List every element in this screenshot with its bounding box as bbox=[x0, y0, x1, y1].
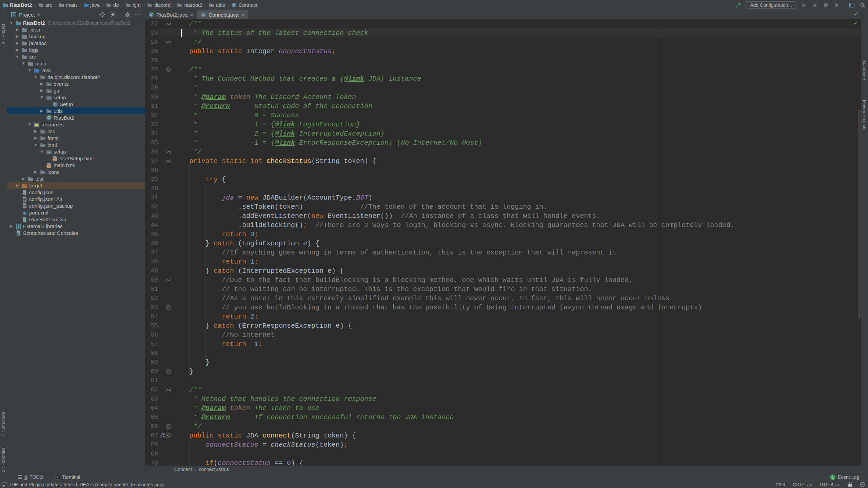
expand-arrow-icon[interactable]: ▼ bbox=[39, 149, 44, 154]
tree-item-javadoc[interactable]: ▶javadoc bbox=[7, 40, 145, 46]
code-line-55[interactable]: } catch (ErrorResponseException e) { bbox=[173, 321, 352, 330]
tree-item-RiasBot2[interactable]: CRiasBot2 bbox=[7, 114, 145, 121]
code-line-24[interactable]: */ bbox=[173, 38, 201, 47]
encoding-widget[interactable]: UTF-8▲▼ bbox=[820, 482, 841, 487]
code-line-31[interactable]: * @return Status Code of the connection bbox=[173, 102, 372, 111]
todo-toolwindow-button[interactable]: 6: TODO bbox=[18, 474, 43, 480]
hide-panel-icon[interactable]: — bbox=[135, 11, 141, 18]
line-number-60[interactable]: 60 bbox=[145, 367, 158, 376]
expand-arrow-icon[interactable]: ▼ bbox=[15, 54, 20, 59]
tree-item-test[interactable]: ▶test bbox=[7, 175, 145, 182]
annotation-gutter-icon[interactable]: @ bbox=[160, 431, 166, 440]
collapse-arrow-icon[interactable]: ▶ bbox=[15, 34, 20, 39]
collapse-arrow-icon[interactable]: ▶ bbox=[21, 176, 26, 181]
code-line-30[interactable]: * @param token The Discord Account Token bbox=[173, 93, 356, 102]
line-number-37[interactable]: 37 bbox=[145, 157, 158, 166]
code-line-51[interactable]: // the waiting can be interrupted. This … bbox=[173, 285, 592, 294]
line-number-41[interactable]: 41 bbox=[145, 193, 158, 202]
code-line-70[interactable]: if(connectStatus == 0) { bbox=[173, 459, 303, 466]
tree-item-RiasBot2-src.zip[interactable]: RiasBot2-src.zip bbox=[7, 216, 145, 223]
expand-arrow-icon[interactable]: ▼ bbox=[21, 61, 26, 66]
code-line-29[interactable]: * bbox=[173, 83, 197, 93]
code-line-28[interactable]: * The Connect Method that creates a {@li… bbox=[173, 74, 421, 83]
line-number-46[interactable]: 46 bbox=[145, 239, 158, 248]
toolstrip-project-button[interactable]: 1: Project bbox=[1, 24, 6, 44]
breadcrumb-member[interactable]: connectStatus bbox=[199, 467, 229, 472]
nav-breadcrumb-src[interactable]: src bbox=[38, 2, 52, 8]
settings-gear-icon[interactable] bbox=[124, 11, 131, 18]
code-line-34[interactable]: * 2 = {@link InterruptedException} bbox=[173, 129, 384, 138]
collapse-arrow-icon[interactable]: ▶ bbox=[39, 81, 44, 86]
code-line-67[interactable]: public static JDA connect(String token) … bbox=[173, 431, 356, 440]
line-number-47[interactable]: 47 bbox=[145, 248, 158, 257]
collapse-all-icon[interactable] bbox=[110, 11, 116, 18]
code-line-43[interactable]: .addEventListener(new EventListener()) /… bbox=[173, 211, 600, 221]
code-line-56[interactable]: //No internet bbox=[173, 330, 275, 340]
tree-item-main[interactable]: ▼main bbox=[7, 60, 145, 67]
tree-item-fonts[interactable]: ▶fonts bbox=[7, 135, 145, 141]
tree-item-css[interactable]: ▶css bbox=[7, 128, 145, 135]
inspection-profile-icon[interactable] bbox=[860, 482, 865, 487]
toolwindow-quick-access-icon[interactable] bbox=[2, 482, 7, 487]
tree-item-startSetup.fxml[interactable]: <>startSetup.fxml bbox=[7, 155, 145, 162]
build-hammer-icon[interactable] bbox=[735, 2, 742, 8]
line-number-55[interactable]: 55 bbox=[145, 321, 158, 330]
line-number-68[interactable]: 68 bbox=[145, 440, 158, 449]
nav-breadcrumb-discord[interactable]: discord bbox=[147, 2, 171, 8]
code-line-36[interactable]: */ bbox=[173, 147, 201, 157]
line-number-38[interactable]: 38 bbox=[145, 166, 158, 175]
stop-icon[interactable] bbox=[833, 2, 840, 8]
code-line-44[interactable]: .buildBlocking(); //There are 2 ways to … bbox=[173, 221, 734, 230]
tree-item-target[interactable]: ▶target bbox=[7, 182, 145, 189]
tree-item-RiasBot2[interactable]: ▼RiasBot2C:\Users\b.jm021\Documents\Rias… bbox=[7, 19, 145, 26]
code-line-59[interactable]: } bbox=[173, 358, 210, 367]
code-line-39[interactable]: try { bbox=[173, 175, 226, 184]
expand-arrow-icon[interactable]: ▼ bbox=[27, 122, 32, 127]
code-line-60[interactable]: } bbox=[173, 367, 193, 376]
lock-icon[interactable] bbox=[848, 482, 852, 487]
line-number-61[interactable]: 61 bbox=[145, 376, 158, 385]
project-structure-icon[interactable] bbox=[848, 2, 855, 8]
code-line-54[interactable]: return 2; bbox=[173, 312, 258, 321]
tree-item-config.json123[interactable]: config.json123 bbox=[7, 196, 145, 202]
code-line-68[interactable]: connectStatus = checkStatus(token); bbox=[173, 440, 348, 449]
locate-file-icon[interactable] bbox=[99, 11, 106, 18]
tree-item-src[interactable]: ▼src bbox=[7, 53, 145, 60]
terminal-toolwindow-button[interactable]: Terminal bbox=[56, 474, 80, 480]
code-line-27[interactable]: /** bbox=[173, 65, 201, 74]
tree-item-logs[interactable]: ▶logs bbox=[7, 46, 145, 53]
code-line-53[interactable]: // you use buildBlocking in a thread tha… bbox=[173, 303, 702, 312]
coverage-icon[interactable] bbox=[822, 2, 829, 8]
debug-icon[interactable] bbox=[811, 2, 818, 8]
chevron-down-icon[interactable]: ▼ bbox=[37, 13, 41, 17]
line-number-44[interactable]: 44 bbox=[145, 221, 158, 230]
fold-marker-icon[interactable] bbox=[166, 305, 171, 310]
collapse-arrow-icon[interactable]: ▶ bbox=[15, 47, 20, 52]
code-line-47[interactable]: //If anything goes wrong in terms of aut… bbox=[173, 248, 616, 257]
code-line-48[interactable]: return 1; bbox=[173, 257, 258, 266]
line-separator-widget[interactable]: CRLF▲▼ bbox=[793, 482, 812, 487]
line-number-29[interactable]: 29 bbox=[145, 83, 158, 93]
search-everywhere-icon[interactable] bbox=[859, 2, 866, 8]
tree-item-External Libraries[interactable]: ▶External Libraries bbox=[7, 223, 145, 229]
line-number-66[interactable]: 66 bbox=[145, 422, 158, 431]
nav-breadcrumb-de[interactable]: de bbox=[106, 2, 119, 8]
fold-marker-icon[interactable] bbox=[166, 369, 171, 374]
code-line-49[interactable]: } catch (InterruptedException e) { bbox=[173, 266, 344, 276]
event-log-button[interactable]: 1 Event Log bbox=[830, 473, 859, 481]
toolstrip-favorites-button[interactable]: 2: Favorites bbox=[1, 447, 6, 472]
fold-marker-icon[interactable] bbox=[166, 150, 171, 154]
line-number-42[interactable]: 42 bbox=[145, 202, 158, 211]
expand-arrow-icon[interactable]: ▼ bbox=[9, 20, 14, 25]
line-number-56[interactable]: 56 bbox=[145, 330, 158, 340]
expand-arrow-icon[interactable]: ▼ bbox=[33, 75, 38, 79]
fold-marker-icon[interactable] bbox=[166, 40, 171, 44]
caret-position-widget[interactable]: 23:3 bbox=[776, 482, 785, 487]
line-number-58[interactable]: 58 bbox=[145, 349, 158, 358]
code-line-57[interactable]: return -1; bbox=[173, 340, 262, 349]
collapse-arrow-icon[interactable]: ▶ bbox=[15, 183, 20, 188]
fold-marker-icon[interactable] bbox=[166, 22, 171, 26]
collapse-arrow-icon[interactable]: ▶ bbox=[39, 88, 44, 93]
code-line-32[interactable]: * 0 = Success bbox=[173, 111, 299, 120]
code-line-41[interactable]: jda = new JDABuilder(AccountType.BOT) bbox=[173, 193, 372, 202]
